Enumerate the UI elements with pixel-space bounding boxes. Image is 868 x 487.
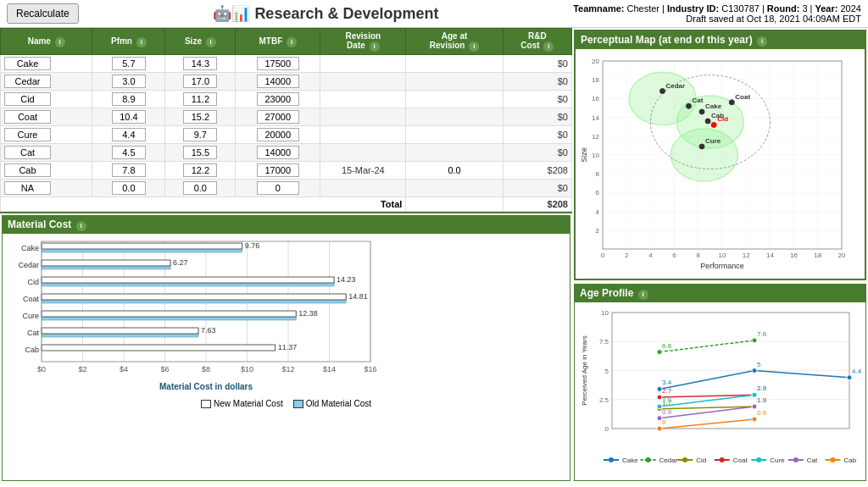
rdcost-info-icon[interactable]: i	[543, 42, 554, 52]
mtbf-input[interactable]	[257, 163, 299, 177]
name-input[interactable]	[4, 163, 51, 177]
bottom-charts: Material Cost i $0$2$4$6$8$10$12$14$16Ma…	[0, 213, 572, 483]
svg-text:2.5: 2.5	[599, 396, 609, 404]
name-input[interactable]	[4, 128, 51, 141]
svg-text:7.5: 7.5	[599, 338, 609, 346]
cell-revision-date	[320, 55, 406, 73]
mtbf-input[interactable]	[257, 92, 299, 106]
col-rd-cost: R&DCost i	[503, 29, 571, 55]
svg-text:Cedar: Cedar	[666, 82, 686, 90]
material-cost-chart: $0$2$4$6$8$10$12$14$16Material Cost in d…	[6, 237, 421, 394]
size-info-icon[interactable]: i	[206, 37, 216, 47]
mtbf-input[interactable]	[257, 146, 299, 159]
cell-age-at-revision	[406, 55, 503, 73]
name-input[interactable]	[4, 110, 51, 124]
revdate-info-icon[interactable]: i	[370, 42, 380, 52]
pfmn-input[interactable]	[112, 146, 146, 159]
total-cost: $208	[503, 197, 571, 212]
svg-rect-21	[42, 243, 242, 249]
age-profile-chart: 02.557.510Perceived Age in Years3.454.46…	[578, 306, 862, 475]
cell-age-at-revision	[406, 144, 503, 162]
age-info-icon[interactable]: i	[469, 42, 479, 52]
size-input[interactable]	[183, 57, 217, 70]
cell-size	[165, 108, 236, 126]
cell-rd-cost: $208	[503, 162, 571, 180]
svg-point-172	[830, 457, 835, 462]
cell-mtbf	[236, 55, 320, 73]
pfmn-info-icon[interactable]: i	[136, 37, 147, 47]
size-input[interactable]	[183, 181, 217, 195]
svg-text:$8: $8	[202, 365, 210, 374]
pfmn-input[interactable]	[112, 181, 146, 195]
cell-age-at-revision	[406, 108, 503, 126]
col-age-at-revision: Age atRevision i	[406, 29, 503, 55]
cell-name	[1, 126, 92, 144]
svg-text:6: 6	[672, 252, 676, 259]
mtbf-input[interactable]	[257, 110, 299, 124]
svg-rect-37	[42, 311, 296, 317]
mtbf-input[interactable]	[257, 181, 299, 195]
mtbf-input[interactable]	[257, 75, 299, 88]
svg-text:1.9: 1.9	[662, 396, 672, 404]
size-input[interactable]	[183, 110, 217, 124]
svg-point-103	[729, 100, 734, 105]
cell-name	[1, 108, 92, 126]
svg-text:Coat: Coat	[733, 457, 748, 464]
pfmn-input[interactable]	[112, 163, 146, 177]
draft-saved: Draft saved at Oct 18, 2021 04:09AM EDT	[573, 14, 861, 24]
mtbf-info-icon[interactable]: i	[287, 37, 297, 47]
main-content: Name i Pfmn i Size i MTBF i RevisionDate…	[0, 28, 868, 483]
right-panel: Perceptual Map (at end of this year) i 0…	[572, 28, 868, 483]
svg-text:16: 16	[592, 95, 599, 102]
legend-old: Old Material Cost	[293, 399, 371, 408]
name-input[interactable]	[4, 181, 51, 195]
size-input[interactable]	[183, 146, 217, 159]
name-input[interactable]	[4, 146, 51, 159]
mtbf-input[interactable]	[257, 57, 299, 70]
cell-name	[1, 91, 92, 108]
svg-text:Perceived Age in Years: Perceived Age in Years	[581, 335, 588, 405]
size-input[interactable]	[183, 92, 217, 106]
cell-rd-cost: $0	[503, 126, 571, 144]
svg-text:$4: $4	[120, 365, 128, 374]
recalc-section: Recalculate	[7, 3, 79, 24]
cell-age-at-revision: 0.0	[406, 162, 503, 180]
cell-mtbf	[236, 180, 320, 197]
size-input[interactable]	[183, 75, 217, 88]
cell-size	[165, 55, 236, 73]
cell-age-at-revision	[406, 91, 503, 108]
col-size: Size i	[165, 29, 236, 55]
size-input[interactable]	[183, 128, 217, 141]
name-input[interactable]	[4, 57, 51, 70]
size-input[interactable]	[183, 163, 217, 177]
cell-mtbf	[236, 144, 320, 162]
age-profile-info-icon[interactable]: i	[638, 290, 648, 300]
cell-rd-cost: $0	[503, 108, 571, 126]
svg-text:Cab: Cab	[843, 457, 856, 464]
cell-pfmn	[92, 91, 165, 108]
pfmn-input[interactable]	[112, 75, 146, 88]
svg-text:Cure: Cure	[705, 137, 721, 145]
name-input[interactable]	[4, 92, 51, 106]
recalculate-button[interactable]: Recalculate	[7, 3, 79, 24]
svg-point-129	[657, 350, 662, 355]
svg-text:Coat: Coat	[735, 93, 750, 101]
mtbf-input[interactable]	[257, 128, 299, 141]
svg-point-101	[699, 109, 704, 114]
svg-point-154	[609, 457, 614, 462]
pfmn-input[interactable]	[112, 128, 146, 141]
perceptual-map-info-icon[interactable]: i	[757, 36, 767, 47]
material-cost-info-icon[interactable]: i	[76, 221, 86, 231]
svg-text:Performance: Performance	[700, 262, 744, 270]
name-info-icon[interactable]: i	[55, 37, 65, 47]
svg-text:3.4: 3.4	[662, 379, 672, 386]
pfmn-input[interactable]	[112, 110, 146, 124]
svg-text:Cat: Cat	[693, 97, 704, 104]
name-input[interactable]	[4, 75, 51, 88]
pfmn-input[interactable]	[112, 92, 146, 106]
cell-rd-cost: $0	[503, 55, 571, 73]
svg-text:Cake: Cake	[21, 244, 39, 252]
pfmn-input[interactable]	[112, 57, 146, 70]
age-profile-title: Age Profile i	[575, 285, 865, 302]
svg-text:14.23: 14.23	[337, 275, 356, 284]
